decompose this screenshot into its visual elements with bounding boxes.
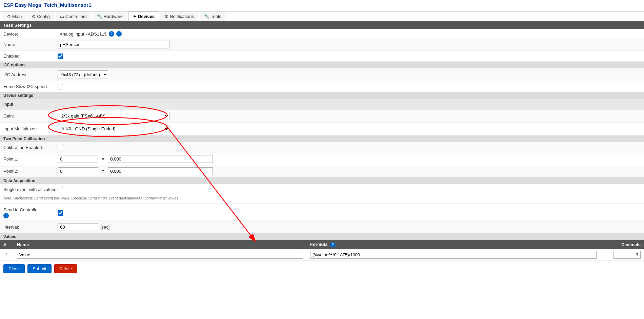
interval-label: Interval:: [3, 225, 58, 230]
close-button[interactable]: Close: [3, 264, 25, 273]
enabled-label: Enabled:: [3, 54, 58, 59]
single-event-checkbox[interactable]: [58, 187, 63, 192]
mux-row: Input Multiplexer: AIN0 - GND (Single-En…: [0, 123, 644, 135]
point2-cal-input[interactable]: [108, 167, 213, 175]
point2-control: =: [58, 167, 213, 175]
point1-label: Point 1:: [3, 156, 58, 162]
force-slow-checkbox[interactable]: [58, 84, 63, 89]
gain-select[interactable]: 2/3x gain (FS=6.144V) 1x gain (FS=4.096V…: [58, 112, 169, 120]
single-event-row: Single event with all values:: [0, 184, 644, 195]
single-event-control: [58, 187, 63, 192]
nav-main[interactable]: ⊙ Main: [3, 12, 26, 21]
point1-raw-input[interactable]: [58, 155, 98, 163]
gain-row: Gain: 2/3x gain (FS=6.144V) 1x gain (FS=…: [0, 110, 644, 123]
force-slow-label: Force Slow I2C speed:: [3, 84, 58, 89]
submit-button[interactable]: Submit: [27, 264, 51, 273]
row-decimals-cell: [600, 249, 644, 261]
nav-notifications[interactable]: ✉ Notifications: [160, 12, 198, 21]
name-label: Name:: [3, 42, 58, 47]
config-icon: ⊙: [32, 14, 36, 19]
single-event-label: Single event with all values:: [3, 187, 58, 192]
delete-button[interactable]: Delete: [54, 264, 77, 273]
force-slow-row: Force Slow I2C speed:: [0, 81, 644, 92]
send-to-controller-info-icon[interactable]: i: [3, 213, 9, 218]
nav-hardware[interactable]: 🔧 Hardware: [93, 12, 127, 21]
point2-label: Point 2:: [3, 169, 58, 174]
name-row: Name:: [0, 39, 644, 51]
gain-label: Gain:: [3, 113, 58, 119]
nav-devices[interactable]: ✦ Devices: [128, 12, 159, 21]
enabled-checkbox[interactable]: [58, 54, 63, 59]
point2-row: Point 2: =: [0, 165, 644, 177]
force-slow-control: [58, 84, 63, 89]
values-table: # Name Formula ? Decimals 1: [0, 240, 644, 261]
point1-control: =: [58, 155, 213, 163]
two-point-cal-header: Two Point Calibration: [0, 135, 644, 142]
col-decimals-header: Decimals: [600, 240, 644, 249]
col-name-header: Name: [14, 240, 307, 249]
row-name-cell: [14, 249, 307, 261]
task-settings-header: Task Settings: [0, 21, 644, 29]
name-input[interactable]: [58, 41, 169, 48]
device-label: Device:: [3, 31, 58, 37]
cal-enabled-checkbox[interactable]: [58, 145, 63, 150]
nav-controllers[interactable]: ▭ Controllers: [56, 12, 91, 21]
data-acquisition-header: Data Acquisition: [0, 177, 644, 184]
col-formula-header: Formula ?: [307, 240, 600, 249]
i2c-address-select[interactable]: 0x48 (72) - (default) 0x49 (73) 0x4A (74…: [58, 70, 108, 79]
nav-config[interactable]: ⊙ Config: [27, 12, 54, 21]
name-control: [58, 41, 169, 48]
interval-control: [sec]: [58, 223, 109, 231]
enabled-control: [58, 54, 63, 59]
send-to-controller-label: Send to Controller i: [3, 207, 58, 218]
cal-enabled-control: [58, 145, 63, 150]
tools-icon: 🔧: [204, 14, 209, 19]
gain-control: 2/3x gain (FS=6.144V) 1x gain (FS=4.096V…: [58, 112, 169, 120]
values-header: Values: [0, 233, 644, 240]
enabled-row: Enabled:: [0, 51, 644, 62]
notifications-icon: ✉: [165, 14, 168, 19]
send-to-controller-control: [58, 210, 63, 216]
nav-bar: ⊙ Main ⊙ Config ▭ Controllers 🔧 Hardware…: [0, 12, 644, 21]
formula-help-icon[interactable]: ?: [330, 242, 336, 248]
row-name-input[interactable]: [17, 251, 303, 259]
nav-tools[interactable]: 🔧 Tools: [200, 12, 225, 21]
data-acquisition-note: Note: Unchecked: Send event per value. C…: [0, 196, 644, 202]
interval-row: Interval: [sec]: [0, 221, 644, 233]
row-formula-cell: [307, 249, 600, 261]
row-decimals-input[interactable]: [613, 251, 641, 259]
i2c-address-row: I2C Address: 0x48 (72) - (default) 0x49 …: [0, 68, 644, 81]
mux-control: AIN0 - GND (Single-Ended) AIN1 - GND (Si…: [58, 125, 169, 133]
device-help-icon[interactable]: ?: [109, 31, 114, 37]
send-to-controller-checkbox[interactable]: [58, 210, 63, 216]
i2c-address-label: I2C Address:: [3, 72, 58, 77]
page-title: ESP Easy Mega: Teich_Multisensor1: [3, 2, 641, 8]
point1-cal-input[interactable]: [108, 155, 213, 163]
point2-equals: =: [100, 169, 106, 174]
page-header: ESP Easy Mega: Teich_Multisensor1: [0, 0, 644, 12]
device-settings-header: Device settings: [0, 92, 644, 99]
table-row: 1: [0, 249, 644, 261]
hardware-icon: 🔧: [97, 14, 102, 19]
footer-buttons: Close Submit Delete: [0, 261, 644, 277]
interval-input[interactable]: [58, 223, 98, 231]
i2c-address-control: 0x48 (72) - (default) 0x49 (73) 0x4A (74…: [58, 70, 108, 79]
mux-select[interactable]: AIN0 - GND (Single-Ended) AIN1 - GND (Si…: [58, 125, 169, 133]
point2-raw-input[interactable]: [58, 167, 98, 175]
device-value: Analog input - ADS1115: [60, 31, 107, 37]
controllers-icon: ▭: [60, 14, 64, 19]
cal-enabled-row: Calibration Enabled:: [0, 142, 644, 153]
row-formula-input[interactable]: [310, 251, 597, 259]
device-row: Device: Analog input - ADS1115 ? i: [0, 29, 644, 39]
input-subsection-header: Input: [0, 99, 644, 110]
device-info-icon[interactable]: i: [116, 31, 122, 37]
devices-icon: ✦: [133, 14, 137, 19]
row-num: 1: [0, 249, 14, 261]
mux-label: Input Multiplexer:: [3, 126, 58, 131]
col-num-header: #: [0, 240, 14, 249]
point1-equals: =: [100, 156, 106, 162]
interval-unit: [sec]: [100, 225, 109, 230]
i2c-options-header: I2C options: [0, 62, 644, 68]
main-icon: ⊙: [7, 14, 11, 19]
cal-enabled-label: Calibration Enabled:: [3, 145, 58, 150]
